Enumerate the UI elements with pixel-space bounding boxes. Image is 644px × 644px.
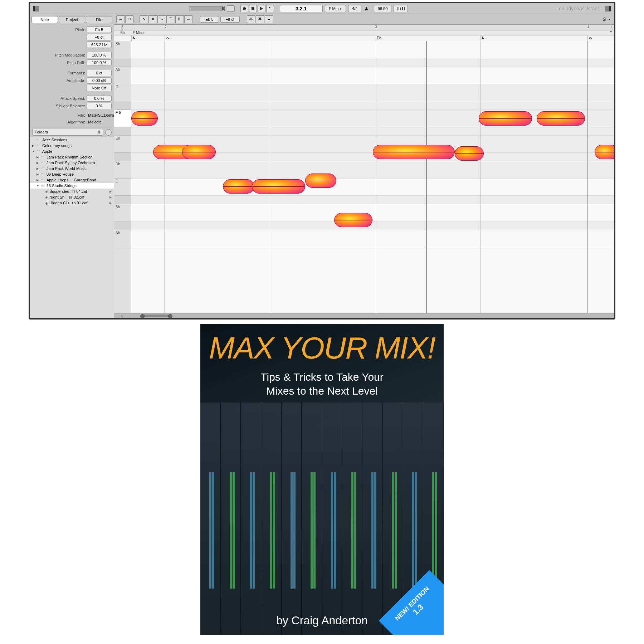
time-signature[interactable]: 4/4: [348, 5, 361, 12]
scissors-tool[interactable]: ✂: [125, 15, 134, 23]
timeline-ruler[interactable]: ♪ 234: [131, 25, 614, 30]
param-value[interactable]: Note Off: [87, 85, 112, 91]
record-button[interactable]: [240, 5, 248, 12]
folder-item[interactable]: ▶Jam Pack Rhythm Section: [30, 154, 114, 160]
piano-key[interactable]: Bb: [114, 41, 131, 58]
folder-item[interactable]: ▶Apple Loops ... GarageBand: [30, 177, 114, 183]
amplitude-tool[interactable]: ⊪: [175, 15, 184, 23]
folder-item[interactable]: ▶Jam Pack Sy...ny Orchestra: [30, 160, 114, 166]
param-value[interactable]: 0 ct: [87, 70, 112, 76]
note-blob[interactable]: [537, 111, 585, 126]
zoom-box[interactable]: [227, 5, 235, 12]
loop-button[interactable]: [266, 5, 274, 12]
file-item[interactable]: Night Shi...ell 02.caf▶: [30, 194, 114, 200]
expand-arrow-icon[interactable]: ▶: [36, 167, 39, 170]
file-item[interactable]: Suspended...ill 04.caf▶: [30, 189, 114, 194]
left-panel-toggle[interactable]: [33, 6, 39, 11]
expand-arrow-icon[interactable]: ▼: [36, 184, 39, 187]
folder-item[interactable]: ▶Celemony songs: [30, 143, 114, 148]
chord-segment[interactable]: f-: [480, 35, 484, 41]
folder-item[interactable]: ▼16 Studio Strings: [30, 183, 114, 189]
horizontal-scrollbar[interactable]: [142, 314, 171, 317]
piano-key[interactable]: Eb: [114, 136, 131, 153]
param-value[interactable]: 0.0 %: [87, 95, 112, 102]
expand-arrow-icon[interactable]: ▶: [36, 156, 39, 159]
param-value[interactable]: 0.00 dB: [87, 77, 112, 84]
scale-settings-icon[interactable]: ⠿: [608, 30, 614, 35]
note-blob[interactable]: [373, 145, 455, 159]
chord-segment[interactable]: c-: [587, 35, 592, 41]
expand-arrow-icon[interactable]: ▶: [36, 161, 39, 165]
notes-area[interactable]: [131, 41, 614, 313]
browser-mode-select[interactable]: Folders⇅: [32, 129, 103, 136]
link-tool[interactable]: ∞: [116, 15, 125, 23]
param-value[interactable]: 100.0 %: [87, 52, 112, 58]
param-value[interactable]: 100.0 %: [87, 59, 112, 66]
gear-menu-arrow[interactable]: ▾: [609, 18, 610, 21]
note-sep-tool-1[interactable]: ⁂: [247, 15, 255, 23]
arrow-tool[interactable]: ↖: [140, 15, 148, 23]
chord-segment[interactable]: f-: [131, 35, 135, 41]
note-blob[interactable]: [131, 111, 158, 126]
param-value[interactable]: 0 %: [87, 103, 112, 109]
piano-key[interactable]: Ab: [114, 67, 131, 84]
expand-arrow-icon[interactable]: ▼: [32, 150, 35, 153]
folder-item[interactable]: ▶06 Deep House: [30, 171, 114, 177]
note-sep-tool-3[interactable]: ÷: [265, 15, 273, 23]
piano-key[interactable]: Db: [114, 161, 131, 179]
note-blob[interactable]: [479, 111, 532, 126]
expand-arrow-icon[interactable]: ▶: [36, 179, 39, 182]
piano-key[interactable]: [114, 196, 131, 204]
piano-key[interactable]: [114, 101, 131, 110]
playhead[interactable]: [426, 41, 426, 313]
piano-keys[interactable]: BbAbGF 5EbDbCBbAb: [114, 41, 131, 313]
expand-arrow-icon[interactable]: ▶: [32, 144, 35, 147]
scale-display[interactable]: F Minor: [131, 30, 608, 35]
chord-segment[interactable]: c-: [165, 35, 169, 41]
preview-volume-knob[interactable]: [105, 129, 112, 136]
tab-file[interactable]: File: [86, 16, 112, 23]
scale-key-left[interactable]: Bb: [114, 30, 131, 35]
piano-key[interactable]: [114, 221, 131, 230]
position-display[interactable]: 3.2.1: [280, 5, 323, 12]
timing-tool[interactable]: ↔: [184, 15, 193, 23]
pitch-readout[interactable]: Eb 5: [200, 16, 219, 23]
note-blob[interactable]: [223, 179, 254, 194]
algorithm-icons[interactable]: [394, 5, 408, 12]
note-blob[interactable]: [182, 145, 216, 159]
piano-key[interactable]: [114, 58, 131, 67]
chord-segment[interactable]: Eb: [375, 35, 381, 41]
tab-note[interactable]: Note: [31, 16, 58, 23]
param-value[interactable]: +8 ct: [87, 34, 112, 40]
piano-key[interactable]: [114, 153, 131, 161]
file-browser[interactable]: Jazz Sessions▶Celemony songs▼Apple▶Jam P…: [30, 137, 114, 318]
param-value[interactable]: Eb 5: [87, 26, 112, 33]
tab-project[interactable]: Project: [59, 16, 85, 23]
gear-icon[interactable]: ⚙: [602, 16, 607, 22]
note-blob[interactable]: [595, 145, 614, 159]
folder-item[interactable]: Jazz Sessions: [30, 137, 114, 143]
piano-key[interactable]: Ab: [114, 230, 131, 247]
piano-key[interactable]: F 5: [114, 110, 131, 127]
pitch-tool[interactable]: ⬍: [148, 15, 157, 23]
stop-button[interactable]: [249, 5, 257, 12]
note-blob[interactable]: [334, 213, 373, 227]
piano-key[interactable]: G: [114, 84, 131, 101]
preview-play-icon[interactable]: ▶: [109, 201, 112, 205]
piano-key[interactable]: Bb: [114, 204, 131, 221]
note-blob[interactable]: [455, 146, 484, 161]
folder-item[interactable]: ▼Apple: [30, 148, 114, 154]
file-item[interactable]: Hidden Clu...rp 01.caf▶: [30, 200, 114, 206]
key-display[interactable]: F Minor: [325, 5, 346, 12]
preview-play-icon[interactable]: ▶: [109, 196, 112, 199]
cents-readout[interactable]: +8 ct: [220, 16, 240, 23]
piano-key[interactable]: [114, 127, 131, 136]
play-button[interactable]: [258, 5, 265, 12]
formant-tool[interactable]: ⌒: [166, 15, 175, 23]
chord-track[interactable]: f-c-Ebf-c-: [131, 35, 614, 41]
note-blob[interactable]: [305, 174, 337, 188]
piano-key[interactable]: C: [114, 179, 131, 196]
expand-arrow-icon[interactable]: ▶: [36, 173, 39, 176]
param-value[interactable]: 625.2 Hz: [87, 42, 112, 48]
note-blob[interactable]: [252, 179, 305, 194]
